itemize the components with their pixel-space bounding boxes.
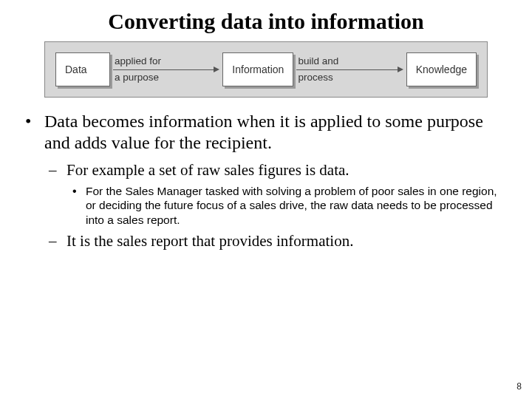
diagram-node-data: Data	[55, 52, 110, 86]
diagram-arrow-2: build and process	[293, 55, 406, 83]
arrow2-label-bottom: process	[296, 71, 403, 84]
bullet-level2: For example a set of raw sales figures i…	[66, 160, 505, 227]
arrow-icon	[113, 69, 219, 70]
arrow1-label-bottom: a purpose	[113, 71, 219, 84]
diagram-node-knowledge: Knowledge	[406, 52, 477, 86]
slide-body: Data becomes information when it is appl…	[0, 111, 532, 250]
arrow1-label-top: applied for	[113, 55, 219, 68]
bullet-level3: For the Sales Manager tasked with solvin…	[86, 184, 505, 227]
bullet-text: Data becomes information when it is appl…	[44, 112, 483, 152]
arrow-icon	[296, 69, 403, 70]
page-number: 8	[516, 381, 522, 392]
diagram-arrow-1: applied for a purpose	[110, 55, 222, 83]
bullet-level2: It is the sales report that provides inf…	[66, 231, 505, 250]
bullet-text: For example a set of raw sales figures i…	[66, 161, 349, 179]
data-flow-diagram: Data applied for a purpose Information b…	[44, 41, 488, 98]
bullet-text: For the Sales Manager tasked with solvin…	[86, 185, 497, 226]
bullet-text: It is the sales report that provides inf…	[66, 232, 353, 250]
bullet-level1: Data becomes information when it is appl…	[44, 111, 505, 250]
diagram-node-information: Information	[222, 52, 293, 86]
slide-title: Converting data into information	[0, 0, 532, 40]
diagram-container: Data applied for a purpose Information b…	[44, 41, 488, 98]
arrow2-label-top: build and	[296, 55, 403, 68]
